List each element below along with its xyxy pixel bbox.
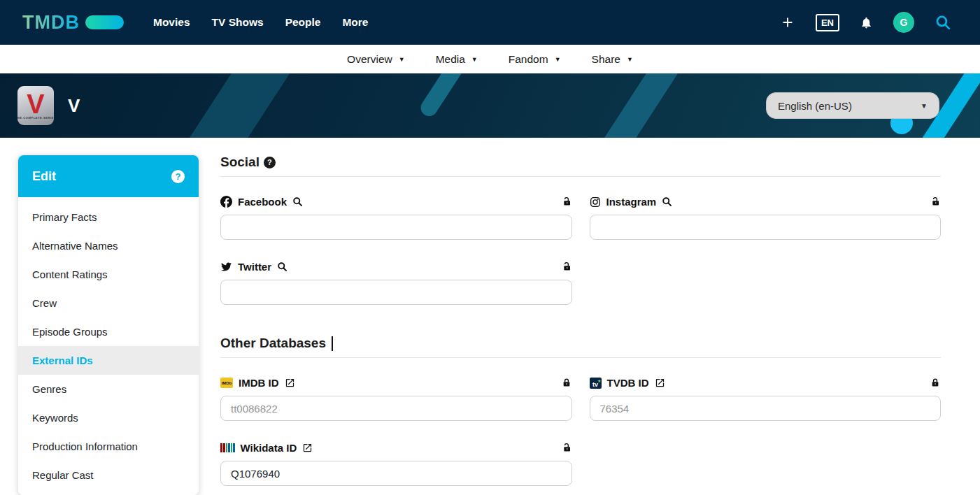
other-databases-title: Other Databases: [220, 336, 326, 351]
social-section-title: Social: [220, 155, 260, 170]
twitter-input[interactable]: [220, 280, 572, 305]
language-badge[interactable]: EN: [816, 14, 839, 31]
search-icon[interactable]: [292, 196, 303, 207]
imdb-icon: IMDb: [220, 378, 233, 388]
subnav-overview[interactable]: Overview ▼: [347, 53, 405, 66]
facebook-icon: [220, 196, 232, 208]
twitter-label-row: Twitter: [220, 261, 572, 273]
chevron-down-icon: ▼: [399, 56, 405, 63]
wikidata-label: Wikidata ID: [241, 442, 297, 454]
chevron-down-icon: ▼: [471, 56, 478, 63]
text-caret: [332, 336, 333, 351]
primary-nav: Movies TV Shows People More: [153, 16, 369, 29]
sidebar-item-primary-facts[interactable]: Primary Facts: [18, 203, 199, 231]
sidebar-item-regular-cast[interactable]: Regular Cast: [18, 461, 199, 489]
tmdb-logo-pill: [85, 15, 124, 29]
notifications-bell-icon[interactable]: [860, 16, 873, 29]
lock-closed-icon[interactable]: [930, 377, 941, 389]
chevron-down-icon: ▼: [921, 102, 928, 110]
sidebar-item-keywords[interactable]: Keywords: [18, 403, 199, 432]
lock-open-icon[interactable]: [561, 442, 572, 454]
wikidata-id-input[interactable]: [220, 461, 572, 486]
sidebar-item-episode-groups[interactable]: Episode Groups: [18, 317, 199, 346]
instagram-field: Instagram: [590, 196, 942, 240]
sidebar-item-genres[interactable]: Genres: [18, 375, 199, 403]
lock-open-icon[interactable]: [561, 196, 572, 208]
search-icon[interactable]: [662, 196, 672, 207]
tvdb-label: TVDB ID: [607, 377, 649, 389]
imdb-field: IMDb IMDB ID: [220, 377, 572, 421]
other-databases-fields: IMDb IMDB ID: [220, 377, 941, 486]
tvdb-label-row: tv★ TVDB ID: [590, 377, 942, 389]
add-icon[interactable]: [780, 15, 795, 30]
imdb-label-row: IMDb IMDB ID: [220, 377, 572, 389]
nav-item-movies[interactable]: Movies: [153, 16, 190, 29]
subnav-fandom[interactable]: Fandom ▼: [509, 53, 561, 66]
search-icon[interactable]: [277, 261, 287, 272]
instagram-label-row: Instagram: [590, 196, 942, 208]
main-area: Edit ? Primary Facts Alternative Names C…: [0, 138, 980, 495]
wikidata-field: Wikidata ID: [220, 442, 572, 486]
social-fields: Facebook: [220, 196, 941, 305]
imdb-id-input[interactable]: [220, 396, 572, 421]
subnav-overview-label: Overview: [347, 53, 392, 66]
subnav-fandom-label: Fandom: [509, 53, 548, 66]
top-navbar: TMDB Movies TV Shows People More EN G: [0, 0, 980, 45]
help-icon[interactable]: ?: [264, 157, 276, 168]
facebook-field: Facebook: [220, 196, 572, 240]
lock-open-icon[interactable]: [930, 196, 941, 208]
poster-caption: THE COMPLETE SERIES: [17, 116, 54, 120]
sidebar-item-external-ids[interactable]: External IDs: [18, 346, 199, 375]
chevron-down-icon: ▼: [627, 56, 633, 63]
help-icon[interactable]: ?: [171, 170, 185, 183]
imdb-label: IMDB ID: [239, 377, 279, 389]
edit-sidebar: Edit ? Primary Facts Alternative Names C…: [17, 155, 199, 495]
lock-closed-icon[interactable]: [561, 377, 572, 389]
edit-sidebar-header: Edit ?: [18, 155, 199, 197]
nav-item-people[interactable]: People: [285, 16, 321, 29]
external-ids-form: Social ? Facebook: [220, 155, 941, 486]
twitter-field: Twitter: [220, 261, 572, 305]
tmdb-logo[interactable]: TMDB: [22, 12, 124, 34]
avatar[interactable]: G: [893, 12, 914, 33]
decorative-stripe: [157, 73, 320, 138]
chevron-down-icon: ▼: [555, 56, 561, 63]
subnav-share[interactable]: Share ▼: [592, 53, 633, 66]
facebook-label: Facebook: [238, 196, 287, 208]
twitter-label: Twitter: [238, 261, 271, 273]
nav-item-more[interactable]: More: [342, 16, 368, 29]
sidebar-item-alternative-names[interactable]: Alternative Names: [18, 231, 199, 260]
tvdb-id-input[interactable]: [590, 396, 942, 421]
nav-item-tv-shows[interactable]: TV Shows: [212, 16, 264, 29]
poster-letter: V: [27, 92, 44, 116]
decorative-stripe: [418, 73, 474, 120]
instagram-input[interactable]: [590, 215, 942, 240]
translation-language-select[interactable]: English (en-US) ▼: [766, 92, 939, 119]
sidebar-item-content-ratings[interactable]: Content Ratings: [18, 260, 199, 289]
page-title: V: [68, 95, 80, 117]
tmdb-logo-text: TMDB: [22, 12, 80, 34]
other-databases-section: Other Databases IMDb IMDB ID: [220, 336, 941, 486]
tvdb-field: tv★ TVDB ID: [590, 377, 942, 421]
instagram-icon: [590, 196, 601, 208]
twitter-icon: [220, 261, 232, 272]
sidebar-item-crew[interactable]: Crew: [18, 289, 199, 317]
page-subnav: Overview ▼ Media ▼ Fandom ▼ Share ▼: [0, 45, 980, 73]
lock-open-icon[interactable]: [561, 261, 572, 273]
subnav-media-label: Media: [436, 53, 465, 66]
external-link-icon[interactable]: [655, 378, 665, 388]
navbar-actions: EN G: [780, 12, 952, 33]
instagram-label: Instagram: [606, 196, 657, 208]
show-header: V THE COMPLETE SERIES V English (en-US) …: [0, 73, 980, 138]
translation-language-value: English (en-US): [778, 100, 852, 112]
show-poster[interactable]: V THE COMPLETE SERIES: [17, 86, 54, 125]
sidebar-item-production-information[interactable]: Production Information: [18, 432, 199, 461]
subnav-share-label: Share: [592, 53, 620, 66]
search-icon[interactable]: [935, 14, 952, 31]
external-link-icon[interactable]: [302, 443, 313, 453]
facebook-input[interactable]: [220, 215, 572, 240]
facebook-label-row: Facebook: [220, 196, 572, 208]
wikidata-icon: [220, 443, 235, 452]
subnav-media[interactable]: Media ▼: [436, 53, 478, 66]
external-link-icon[interactable]: [285, 378, 295, 388]
